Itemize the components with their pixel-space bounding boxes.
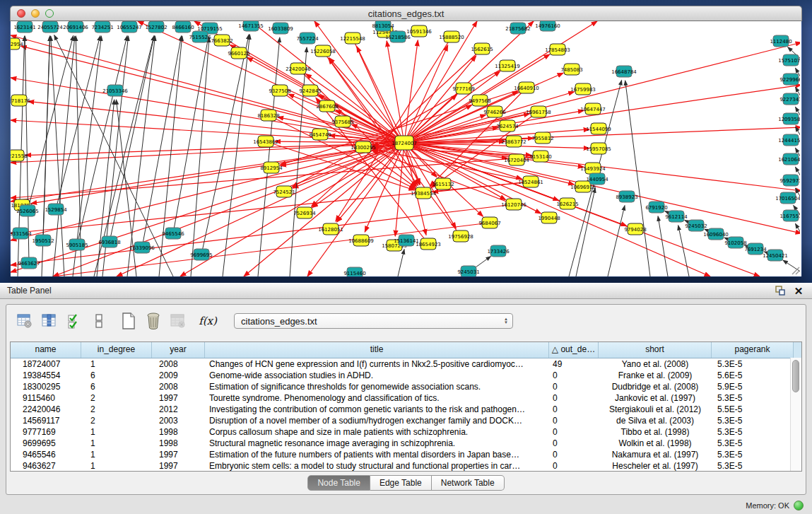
network-node[interactable]: 16033809 (268, 23, 293, 34)
network-edge[interactable] (372, 151, 514, 204)
table-row[interactable]: 1938455462009Genome-wide association stu… (11, 370, 801, 381)
network-edge[interactable] (608, 206, 625, 276)
network-node[interactable]: 2718176 (11, 95, 30, 106)
network-node[interactable]: 9102058 (724, 237, 746, 248)
network-node[interactable]: 22420046 (286, 63, 311, 74)
network-canvas[interactable]: 1872400779558121696175816640910113254191… (11, 21, 801, 276)
network-node[interactable]: 8186328 (257, 110, 279, 121)
network-window[interactable]: citations_edges.txt 18724007795581216961… (10, 6, 802, 277)
table-row[interactable]: 969969511998Structural magnetic resonanc… (11, 438, 801, 449)
network-node[interactable]: 16961758 (526, 106, 551, 117)
network-node[interactable]: 14976160 (535, 21, 560, 31)
network-edge[interactable] (53, 143, 404, 276)
network-edge[interactable] (201, 35, 249, 255)
network-node[interactable]: 9245031 (457, 266, 479, 276)
network-node[interactable]: 8938923 (616, 191, 637, 202)
network-node[interactable]: 12444150 (778, 134, 800, 146)
table-settings-icon[interactable] (15, 311, 35, 331)
table-source-select[interactable]: citations_edges.txt ▲▼ (234, 313, 513, 329)
network-node[interactable]: 1221558 (11, 150, 28, 161)
network-node[interactable]: 10647447 (580, 103, 606, 115)
table-row[interactable]: 946554611997Estimation of the future num… (11, 449, 801, 460)
network-node[interactable]: 7524521 (273, 186, 295, 197)
network-node[interactable]: 10655247 (117, 21, 142, 33)
network-node[interactable]: 18724007 (392, 136, 417, 150)
network-node[interactable]: 1562615 (471, 43, 493, 54)
network-node[interactable]: 15957085 (586, 143, 611, 154)
network-node[interactable]: 11325419 (495, 60, 520, 71)
network-node[interactable]: 7955812 (531, 132, 553, 144)
tab-edge-table[interactable]: Edge Table (370, 475, 432, 491)
network-node[interactable]: 9465546 (162, 228, 184, 239)
tab-network-table[interactable]: Network Table (432, 475, 505, 491)
close-icon[interactable]: ✕ (792, 284, 805, 297)
window-titlebar[interactable]: citations_edges.txt (10, 6, 802, 21)
create-new-column-icon[interactable] (119, 311, 139, 331)
network-node[interactable]: 18654923 (416, 238, 441, 250)
network-node[interactable]: 7557224 (296, 33, 319, 44)
network-node[interactable]: 21053346 (102, 85, 128, 96)
network-node[interactable]: 9245032 (685, 220, 707, 231)
network-node[interactable]: 6791920 (645, 201, 667, 213)
network-node[interactable]: 9777169 (452, 83, 474, 94)
show-selected-column-icon[interactable] (40, 311, 59, 331)
column-header-title[interactable]: title (205, 342, 549, 358)
network-node[interactable]: 9227343 (779, 93, 800, 105)
network-node[interactable]: 20691406 (63, 21, 88, 33)
network-node[interactable]: 3624574 (496, 120, 519, 132)
column-header-out_de[interactable]: △ out_de… (549, 342, 599, 358)
network-edge[interactable] (56, 36, 100, 209)
network-edge[interactable] (11, 143, 404, 201)
network-node[interactable]: 9592971 (779, 175, 800, 186)
network-edge[interactable] (398, 250, 404, 276)
network-node[interactable]: 21875682 (505, 23, 531, 34)
network-node[interactable]: 15888520 (439, 31, 464, 42)
network-node[interactable]: 9375685 (331, 116, 353, 127)
network-edge[interactable] (142, 36, 182, 247)
network-node[interactable]: 9242845 (299, 85, 321, 96)
network-node[interactable]: 9794028 (624, 223, 646, 235)
resize-grip-icon[interactable] (790, 265, 800, 275)
network-node[interactable]: 6936818 (98, 236, 120, 247)
vertical-scrollbar[interactable] (790, 358, 801, 471)
network-node[interactable]: 1626215 (556, 198, 578, 209)
network-node[interactable]: 16648784 (611, 66, 637, 77)
network-node[interactable]: 17016504 (775, 192, 800, 204)
network-edge[interactable] (404, 56, 476, 143)
network-node[interactable]: 9153140 (529, 151, 551, 162)
network-node[interactable]: 16120746 (501, 199, 526, 210)
network-node[interactable]: 9746266 (483, 106, 506, 117)
network-node[interactable]: 12215548 (340, 33, 365, 44)
network-node[interactable]: 8912954 (260, 162, 283, 173)
network-edge[interactable] (223, 35, 250, 276)
network-node[interactable]: 9327508 (269, 85, 290, 96)
network-node[interactable]: 12093582 (778, 113, 800, 124)
network-node[interactable]: 8466160 (172, 21, 194, 33)
network-node[interactable]: 9684067 (478, 217, 500, 228)
float-window-icon[interactable] (774, 284, 787, 297)
column-header-year[interactable]: year (152, 342, 205, 358)
network-node[interactable]: 9699695 (190, 249, 212, 260)
network-node[interactable]: 16759983 (570, 83, 596, 95)
network-node[interactable]: 9497568 (469, 95, 490, 106)
function-builder-icon[interactable]: f(x) (198, 311, 218, 331)
table-row[interactable]: 1456911722003Disruption of a novel membe… (11, 415, 801, 426)
network-node[interactable]: 1733426 (487, 245, 510, 257)
table-row[interactable]: 946362711997Embryonic stem cells: a mode… (11, 460, 801, 472)
network-edge[interactable] (658, 216, 668, 276)
network-node[interactable]: 1167553 (779, 210, 800, 221)
network-edge[interactable] (21, 46, 404, 143)
network-edge[interactable] (404, 143, 574, 185)
network-node[interactable]: 1112480 (770, 35, 792, 47)
network-node[interactable]: 9463627 (18, 257, 40, 269)
column-header-pagerank[interactable]: pagerank (712, 342, 794, 358)
network-node[interactable]: 16210643 (778, 153, 800, 165)
network-node[interactable]: 1615132 (432, 178, 454, 189)
network-node[interactable]: 9229966 (779, 74, 800, 85)
network-edge[interactable] (387, 41, 404, 143)
network-edge[interactable] (159, 36, 182, 276)
network-node[interactable]: 10688609 (348, 235, 374, 246)
network-node[interactable]: 16543862 (253, 136, 278, 147)
network-node[interactable]: 9115460 (343, 267, 365, 276)
table-row[interactable]: 1872400712008Changes of HCN gene express… (11, 358, 801, 370)
